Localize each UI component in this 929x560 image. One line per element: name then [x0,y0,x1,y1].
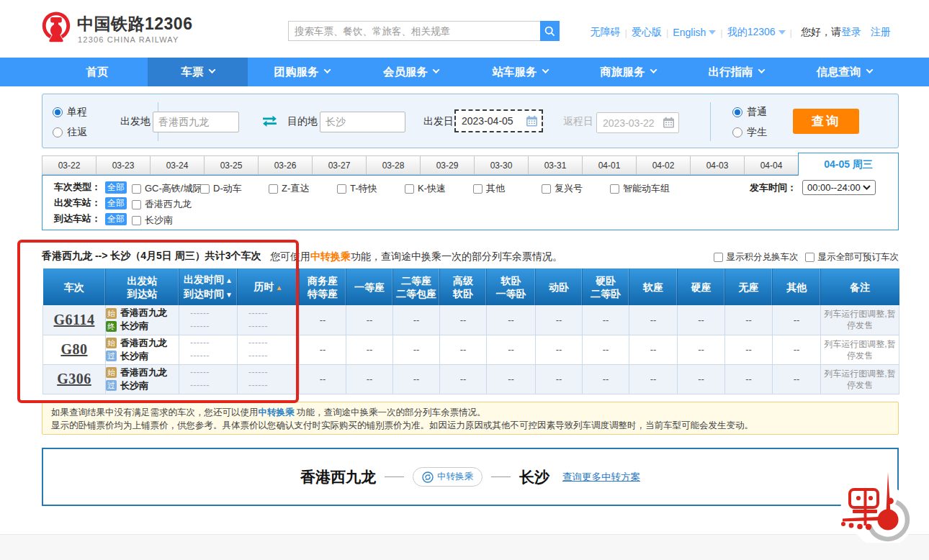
filter-check-Z-直达[interactable]: Z-直达 [269,182,309,195]
date-tab-03-23[interactable]: 03-23 [96,155,151,175]
sort-asc-icon[interactable]: ▲ [225,276,233,284]
top-link-1[interactable]: 爱心版 [632,26,662,39]
date-tab-04-02[interactable]: 04-02 [636,155,691,175]
register-link[interactable]: 注册 [871,26,891,39]
seat-availability-cell: -- [300,335,346,364]
date-tab-03-25[interactable]: 03-25 [204,155,259,175]
date-tab-03-24[interactable]: 03-24 [150,155,205,175]
form-divider-2 [710,102,711,141]
col-header-2[interactable]: 出发时间▲到达时间▼ [179,268,238,305]
nav-item-会员服务[interactable]: 会员服务 [356,58,466,86]
duration-cell: ------------ [238,364,300,394]
nav-item-出行指南[interactable]: 出行指南 [682,58,790,86]
station-name: 香港西九龙 [120,307,167,320]
date-tab-03-29[interactable]: 03-29 [420,155,475,175]
col-header-line: 二等座 [393,274,439,287]
filter-all-tag[interactable]: 全部 [105,181,127,194]
search-icon [544,26,555,37]
date-tab-active[interactable]: 04-05 周三 [798,153,899,176]
checkbox-icon [132,184,141,194]
seat-availability-cell: -- [629,305,678,335]
date-tab-03-30[interactable]: 03-30 [474,155,529,175]
toggle-1[interactable]: 显示全部可预订车次 [805,251,899,263]
radio-round-trip[interactable]: 往返 [53,126,87,139]
swap-stations-icon[interactable] [261,115,278,128]
sort-desc-icon[interactable]: ▼ [225,291,233,299]
query-form-panel: 单程 往返 出发地 香港西九龙 目的地 长沙 出发日 2023-04-05 返程… [42,94,899,148]
radio-student-label: 学生 [747,126,767,139]
filter-check-D-动车[interactable]: D-动车 [200,182,242,195]
nav-item-首页[interactable]: 首页 [47,58,148,86]
train-link-G80[interactable]: G80 [60,341,87,357]
train-link-G6114[interactable]: G6114 [54,312,95,328]
from-input[interactable]: 香港西九龙 [153,112,239,132]
date-tab-03-27[interactable]: 03-27 [312,155,367,175]
filter-row-label: 车次类型： [54,181,101,194]
notice-transfer-link[interactable]: 中转换乘 [259,407,295,417]
china-railway-logo-icon [41,10,71,46]
login-link[interactable]: 登录 [841,26,861,39]
seat-availability-cell: -- [346,305,393,335]
filter-check-其他[interactable]: 其他 [473,182,505,195]
nav-item-label: 商旅服务 [601,65,645,80]
checkbox-icon [269,184,278,194]
query-button[interactable]: 查询 [793,109,859,134]
date-tab-04-01[interactable]: 04-01 [582,155,637,175]
filter-check-智能动车组[interactable]: 智能动车组 [610,182,670,195]
radio-student[interactable]: 学生 [732,126,767,139]
return-date-input[interactable]: 2023-03-22 [596,112,679,133]
seat-availability-cell: -- [583,335,629,364]
nav-item-信息查询[interactable]: 信息查询 [790,58,898,86]
radio-normal[interactable]: 普通 [732,106,767,119]
depart-time-select[interactable]: 00:00--24:00 [802,180,876,195]
nav-item-站车服务[interactable]: 站车服务 [466,58,574,86]
top-link-0[interactable]: 无障碍 [591,26,621,39]
date-tab-03-26[interactable]: 03-26 [258,155,313,175]
tip-transfer-link[interactable]: 中转换乘 [310,250,351,262]
col-header-14: 其他 [773,268,821,305]
transfer-button-label: 中转换乘 [437,471,473,483]
date-tab-04-03[interactable]: 04-03 [690,155,745,175]
filter-check-长沙南[interactable]: 长沙南 [132,214,173,227]
more-transfer-link[interactable]: 查询更多中转方案 [562,471,640,484]
col-header-3[interactable]: 历时▲ [238,268,300,305]
filter-panel: 发车时间： 00:00--24:00 车次类型：全部GC-高铁/城际D-动车Z-… [42,175,899,230]
depart-date-input[interactable]: 2023-04-05 [454,109,543,132]
to-input[interactable]: 长沙 [320,112,405,132]
checkbox-icon [610,184,619,194]
col-header-line: 硬座 [678,281,724,294]
nav-item-车票[interactable]: 车票 [148,58,248,86]
table-header-row: 车次出发站到达站出发时间▲到达时间▼历时▲商务座特等座一等座二等座二等包座高级软… [43,268,899,305]
top-link-2[interactable]: English [673,27,706,38]
seat-availability-cell: -- [629,335,678,364]
date-tab-04-04[interactable]: 04-04 [744,155,799,175]
col-header-8: 软卧一等卧 [487,268,536,305]
filter-check-GC-高铁/城际[interactable]: GC-高铁/城际 [132,182,202,195]
sort-asc-icon[interactable]: ▲ [276,284,283,292]
nav-item-团购服务[interactable]: 团购服务 [248,58,356,86]
date-tab-03-28[interactable]: 03-28 [366,155,421,175]
filter-check-香港西九龙[interactable]: 香港西九龙 [132,198,192,211]
to-value: 长沙 [326,116,346,129]
filter-check-T-特快[interactable]: T-特快 [337,182,377,195]
date-tab-03-22[interactable]: 03-22 [42,155,97,175]
top-link-3[interactable]: 我的12306 [727,26,776,39]
seat-availability-cell: -- [678,305,725,335]
checkbox-label: Z-直达 [282,182,309,195]
notice-line1-suffix: 功能，查询途中换乘一次的部分列车余票情况。 [295,407,486,417]
nav-item-label: 车票 [181,65,204,80]
nav-item-商旅服务[interactable]: 商旅服务 [574,58,682,86]
filter-check-复兴号[interactable]: 复兴号 [542,182,583,195]
transfer-button[interactable]: 中转换乘 [413,467,483,487]
radio-one-way[interactable]: 单程 [53,106,87,119]
seat-availability-cell: -- [678,335,725,364]
train-link-G306[interactable]: G306 [57,371,91,387]
search-input[interactable] [288,21,540,41]
toggle-0[interactable]: 显示积分兑换车次 [714,251,799,263]
stations-cell: 始香港西九龙过长沙南 [106,364,179,394]
date-tab-03-31[interactable]: 03-31 [528,155,583,175]
filter-all-tag[interactable]: 全部 [105,213,127,225]
filter-check-K-快速[interactable]: K-快速 [405,182,446,195]
filter-all-tag[interactable]: 全部 [105,197,127,209]
search-button[interactable] [540,21,560,41]
